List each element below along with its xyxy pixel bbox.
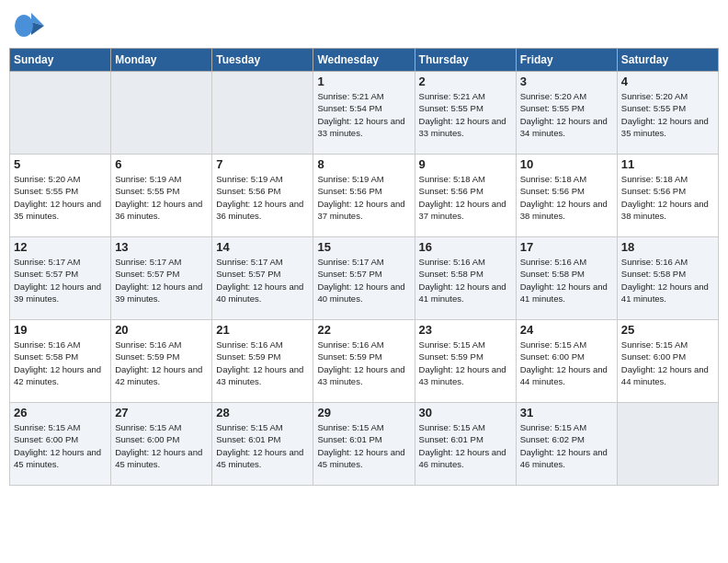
calendar-cell	[617, 403, 718, 486]
day-number: 29	[317, 406, 410, 419]
calendar-cell: 11Sunrise: 5:18 AM Sunset: 5:56 PM Dayli…	[617, 155, 718, 237]
day-number: 31	[520, 406, 613, 419]
day-number: 26	[14, 406, 107, 419]
day-info: Sunrise: 5:16 AM Sunset: 5:59 PM Dayligh…	[115, 339, 208, 387]
svg-point-2	[15, 15, 33, 37]
weekday-header-sunday: Sunday	[10, 49, 111, 72]
calendar-cell: 22Sunrise: 5:16 AM Sunset: 5:59 PM Dayli…	[313, 320, 415, 403]
day-number: 13	[115, 240, 208, 254]
weekday-header-wednesday: Wednesday	[313, 49, 415, 72]
day-number: 14	[216, 240, 309, 254]
week-row-2: 5Sunrise: 5:20 AM Sunset: 5:55 PM Daylig…	[10, 155, 719, 237]
day-number: 25	[621, 323, 714, 337]
calendar-cell: 28Sunrise: 5:15 AM Sunset: 6:01 PM Dayli…	[212, 403, 313, 486]
day-info: Sunrise: 5:16 AM Sunset: 5:59 PM Dayligh…	[317, 339, 410, 387]
day-number: 6	[115, 157, 208, 171]
calendar-cell: 14Sunrise: 5:17 AM Sunset: 5:57 PM Dayli…	[212, 237, 313, 320]
calendar-cell: 18Sunrise: 5:16 AM Sunset: 5:58 PM Dayli…	[617, 237, 718, 320]
day-info: Sunrise: 5:18 AM Sunset: 5:56 PM Dayligh…	[621, 173, 714, 222]
calendar-cell: 10Sunrise: 5:18 AM Sunset: 5:56 PM Dayli…	[516, 155, 617, 237]
day-number: 1	[317, 75, 410, 88]
calendar-cell: 24Sunrise: 5:15 AM Sunset: 6:00 PM Dayli…	[516, 320, 617, 403]
weekday-header-friday: Friday	[516, 49, 617, 72]
day-info: Sunrise: 5:15 AM Sunset: 5:59 PM Dayligh…	[419, 339, 512, 387]
logo-icon	[13, 9, 46, 42]
day-info: Sunrise: 5:17 AM Sunset: 5:57 PM Dayligh…	[14, 256, 107, 304]
calendar-cell: 4Sunrise: 5:20 AM Sunset: 5:55 PM Daylig…	[617, 72, 718, 155]
day-info: Sunrise: 5:15 AM Sunset: 6:01 PM Dayligh…	[216, 421, 309, 470]
day-number: 2	[419, 75, 512, 88]
weekday-header-thursday: Thursday	[415, 49, 516, 72]
week-row-5: 26Sunrise: 5:15 AM Sunset: 6:00 PM Dayli…	[10, 403, 719, 486]
calendar-cell: 6Sunrise: 5:19 AM Sunset: 5:55 PM Daylig…	[111, 155, 212, 237]
week-row-1: 1Sunrise: 5:21 AM Sunset: 5:54 PM Daylig…	[10, 72, 719, 155]
day-info: Sunrise: 5:15 AM Sunset: 6:01 PM Dayligh…	[419, 421, 512, 470]
day-number: 15	[317, 240, 410, 254]
calendar-cell: 29Sunrise: 5:15 AM Sunset: 6:01 PM Dayli…	[313, 403, 415, 486]
day-number: 20	[115, 323, 208, 337]
day-info: Sunrise: 5:16 AM Sunset: 5:58 PM Dayligh…	[520, 256, 613, 304]
calendar-cell: 13Sunrise: 5:17 AM Sunset: 5:57 PM Dayli…	[111, 237, 212, 320]
logo	[13, 9, 50, 42]
day-number: 21	[216, 323, 309, 337]
calendar-cell: 17Sunrise: 5:16 AM Sunset: 5:58 PM Dayli…	[516, 237, 617, 320]
day-number: 11	[621, 157, 714, 171]
calendar-cell: 27Sunrise: 5:15 AM Sunset: 6:00 PM Dayli…	[111, 403, 212, 486]
day-info: Sunrise: 5:17 AM Sunset: 5:57 PM Dayligh…	[216, 256, 309, 304]
day-number: 19	[14, 323, 107, 337]
calendar-cell: 7Sunrise: 5:19 AM Sunset: 5:56 PM Daylig…	[212, 155, 313, 237]
day-info: Sunrise: 5:19 AM Sunset: 5:56 PM Dayligh…	[317, 173, 410, 222]
day-number: 18	[621, 240, 714, 254]
day-info: Sunrise: 5:17 AM Sunset: 5:57 PM Dayligh…	[317, 256, 410, 304]
weekday-header-monday: Monday	[111, 49, 212, 72]
calendar-cell	[111, 72, 212, 155]
calendar-cell: 15Sunrise: 5:17 AM Sunset: 5:57 PM Dayli…	[313, 237, 415, 320]
calendar-table: SundayMondayTuesdayWednesdayThursdayFrid…	[9, 48, 719, 486]
day-number: 9	[419, 157, 512, 171]
day-number: 7	[216, 157, 309, 171]
day-number: 10	[520, 157, 613, 171]
weekday-header-row: SundayMondayTuesdayWednesdayThursdayFrid…	[10, 49, 719, 72]
calendar-cell: 8Sunrise: 5:19 AM Sunset: 5:56 PM Daylig…	[313, 155, 415, 237]
day-number: 5	[14, 157, 107, 171]
day-info: Sunrise: 5:16 AM Sunset: 5:58 PM Dayligh…	[14, 339, 107, 387]
calendar-cell: 23Sunrise: 5:15 AM Sunset: 5:59 PM Dayli…	[415, 320, 516, 403]
day-number: 24	[520, 323, 613, 337]
day-info: Sunrise: 5:16 AM Sunset: 5:58 PM Dayligh…	[621, 256, 714, 304]
day-info: Sunrise: 5:15 AM Sunset: 6:02 PM Dayligh…	[520, 421, 613, 470]
day-info: Sunrise: 5:19 AM Sunset: 5:56 PM Dayligh…	[216, 173, 309, 222]
calendar-cell: 30Sunrise: 5:15 AM Sunset: 6:01 PM Dayli…	[415, 403, 516, 486]
day-info: Sunrise: 5:19 AM Sunset: 5:55 PM Dayligh…	[115, 173, 208, 222]
day-number: 16	[419, 240, 512, 254]
calendar-cell: 3Sunrise: 5:20 AM Sunset: 5:55 PM Daylig…	[516, 72, 617, 155]
calendar-cell: 26Sunrise: 5:15 AM Sunset: 6:00 PM Dayli…	[10, 403, 111, 486]
day-info: Sunrise: 5:20 AM Sunset: 5:55 PM Dayligh…	[520, 90, 613, 139]
day-number: 28	[216, 406, 309, 419]
calendar-cell: 31Sunrise: 5:15 AM Sunset: 6:02 PM Dayli…	[516, 403, 617, 486]
day-info: Sunrise: 5:21 AM Sunset: 5:54 PM Dayligh…	[317, 90, 410, 139]
day-info: Sunrise: 5:17 AM Sunset: 5:57 PM Dayligh…	[115, 256, 208, 304]
day-info: Sunrise: 5:16 AM Sunset: 5:58 PM Dayligh…	[419, 256, 512, 304]
day-info: Sunrise: 5:15 AM Sunset: 6:01 PM Dayligh…	[317, 421, 410, 470]
calendar-cell: 2Sunrise: 5:21 AM Sunset: 5:55 PM Daylig…	[415, 72, 516, 155]
calendar-cell: 12Sunrise: 5:17 AM Sunset: 5:57 PM Dayli…	[10, 237, 111, 320]
week-row-3: 12Sunrise: 5:17 AM Sunset: 5:57 PM Dayli…	[10, 237, 719, 320]
day-number: 22	[317, 323, 410, 337]
calendar-cell	[212, 72, 313, 155]
day-number: 3	[520, 75, 613, 88]
day-number: 8	[317, 157, 410, 171]
calendar-cell: 19Sunrise: 5:16 AM Sunset: 5:58 PM Dayli…	[10, 320, 111, 403]
day-number: 4	[621, 75, 714, 88]
calendar-cell: 1Sunrise: 5:21 AM Sunset: 5:54 PM Daylig…	[313, 72, 415, 155]
calendar-cell: 25Sunrise: 5:15 AM Sunset: 6:00 PM Dayli…	[617, 320, 718, 403]
calendar-cell: 21Sunrise: 5:16 AM Sunset: 5:59 PM Dayli…	[212, 320, 313, 403]
day-info: Sunrise: 5:16 AM Sunset: 5:59 PM Dayligh…	[216, 339, 309, 387]
day-info: Sunrise: 5:15 AM Sunset: 6:00 PM Dayligh…	[115, 421, 208, 470]
calendar-cell: 16Sunrise: 5:16 AM Sunset: 5:58 PM Dayli…	[415, 237, 516, 320]
weekday-header-saturday: Saturday	[617, 49, 718, 72]
day-info: Sunrise: 5:18 AM Sunset: 5:56 PM Dayligh…	[520, 173, 613, 222]
day-number: 17	[520, 240, 613, 254]
day-number: 30	[419, 406, 512, 419]
page-header	[9, 9, 719, 42]
day-info: Sunrise: 5:18 AM Sunset: 5:56 PM Dayligh…	[419, 173, 512, 222]
